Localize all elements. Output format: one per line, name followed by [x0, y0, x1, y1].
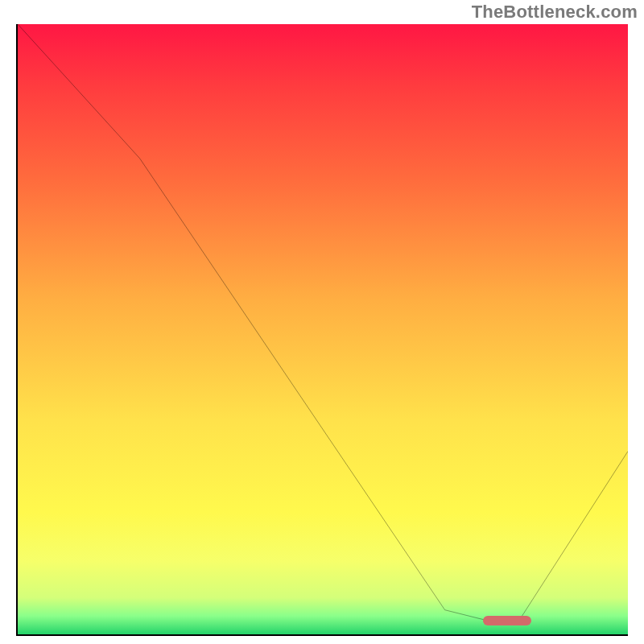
attribution-text: TheBottleneck.com: [472, 2, 638, 23]
plot-area: [16, 24, 628, 636]
optimal-range-marker: [483, 616, 532, 625]
bottleneck-curve: [18, 24, 628, 634]
chart-container: TheBottleneck.com: [0, 0, 644, 644]
